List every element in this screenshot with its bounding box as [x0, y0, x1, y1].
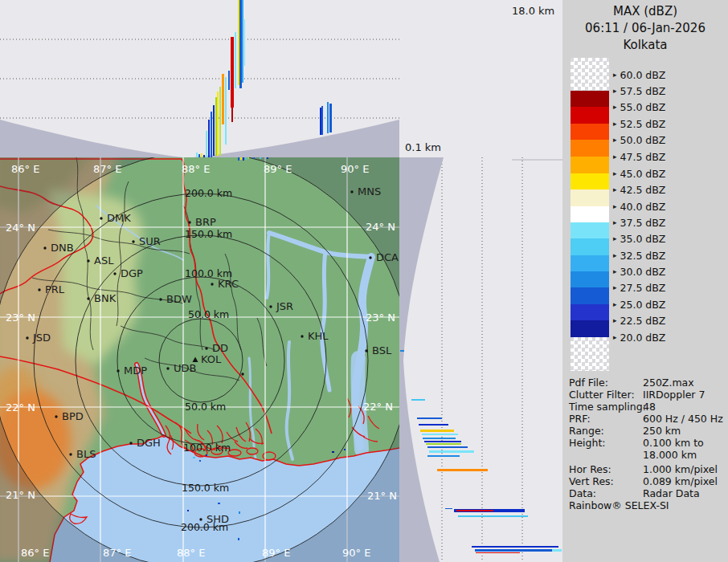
station-label-DNB: DNB: [51, 242, 74, 254]
echo-bar: [231, 37, 234, 108]
echo-bar: [411, 399, 425, 401]
info-label: Range:: [569, 425, 604, 437]
scale-label: ▸35.0 dBZ: [613, 232, 665, 245]
echo-pixel: [238, 538, 239, 540]
scale-label-text: 60.0 dBZ: [620, 69, 666, 81]
scale-tick-arrow-icon: ▸: [613, 103, 617, 111]
echo-pixel: [240, 157, 242, 160]
grid-label: 24° N: [6, 222, 35, 234]
scale-label-text: 40.0 dBZ: [620, 201, 666, 213]
station-label-JSD: JSD: [32, 332, 51, 344]
station-label-BRP: BRP: [195, 216, 216, 228]
echo-bar: [211, 112, 212, 157]
station-label-DMK: DMK: [107, 212, 131, 224]
echo-bar: [321, 106, 323, 135]
grid-label: 23° N: [366, 312, 395, 324]
grid-label: 86° E: [21, 547, 49, 559]
scale-swatch: [571, 222, 609, 238]
grid-label: 23° N: [6, 312, 35, 324]
grid-label: 21° N: [367, 490, 397, 502]
echo-pixel: [238, 157, 239, 161]
echo-bar: [231, 108, 233, 122]
scale-tick-arrow-icon: ▸: [613, 120, 617, 128]
station-dot: [113, 272, 116, 275]
station-dot: [188, 221, 190, 223]
scale-label: ▸30.0 dBZ: [613, 265, 665, 278]
scale-label: ▸60.0 dBZ: [613, 68, 665, 81]
echo-bar: [445, 508, 452, 509]
scale-tick-arrow-icon: ▸: [613, 185, 617, 193]
station-dot: [166, 367, 169, 369]
echo-bar: [329, 104, 332, 132]
station-dot: [117, 369, 119, 372]
scale-tick-arrow-icon: ▸: [613, 136, 617, 144]
origin-height-label: 0.1 km: [405, 141, 441, 153]
echo-bar: [456, 510, 493, 511]
info-value: IIRDoppler 7: [643, 389, 705, 401]
station-label-JSR: JSR: [276, 300, 293, 312]
echo-bar: [476, 552, 520, 553]
echo-bar: [420, 430, 454, 432]
echo-pixel: [260, 157, 261, 159]
scale-swatch: [571, 255, 609, 271]
echo-bar: [423, 438, 456, 439]
scale-swatch: [571, 140, 609, 157]
grid-label: 89° E: [264, 163, 292, 175]
info-label: PRF:: [569, 413, 591, 425]
grid-label: 89° E: [262, 547, 290, 559]
scale-label: ▸40.0 dBZ: [613, 200, 665, 213]
grid-label: 22° N: [363, 401, 393, 413]
station-label-BLS: BLS: [76, 448, 96, 460]
scale-tick-arrow-icon: ▸: [613, 87, 617, 95]
grid-label: 88° E: [177, 547, 205, 559]
echo-bar: [417, 417, 442, 419]
station-label-SHD: SHD: [207, 513, 229, 525]
station-dot: [369, 256, 371, 259]
scale-label: ▸20.0 dBZ: [613, 331, 665, 344]
echo-bar: [427, 455, 460, 457]
radar-product-window: 18.0 km 0.1 km: [0, 0, 728, 562]
scale-tick-arrow-icon: ▸: [613, 169, 617, 177]
echo-bar: [213, 105, 215, 156]
scale-label: ▸25.0 dBZ: [613, 298, 665, 311]
scale-label-text: 42.5 dBZ: [620, 184, 666, 196]
echo-bar: [206, 131, 207, 157]
station-label-ASL: ASL: [94, 255, 114, 267]
info-value: 0.089 km/pixel: [643, 475, 718, 487]
scale-swatch: [571, 124, 609, 140]
echo-pixel: [245, 157, 247, 160]
echo-pixel: [332, 451, 334, 453]
ring-label: 100.0 km: [183, 442, 231, 454]
station-dot: [199, 518, 202, 520]
scale-label: ▸32.5 dBZ: [613, 249, 665, 262]
echo-bar: [239, 0, 242, 88]
echo-bar: [419, 424, 448, 426]
echo-bar: [400, 350, 404, 352]
product-datetime: 06:11 / 06-Jan-2026: [562, 21, 728, 35]
scale-label: ▸22.5 dBZ: [613, 314, 665, 327]
echo-bar: [472, 546, 558, 548]
info-label: Clutter Filter:: [569, 389, 635, 401]
station-label-BNK: BNK: [94, 292, 117, 304]
echo-bar: [429, 450, 474, 453]
radar-map-canvas[interactable]: 200.0 km150.0 km100.0 km50.0 km50.0 km10…: [0, 157, 399, 562]
scale-swatch: [571, 337, 609, 371]
station-label-KOL: KOL: [201, 353, 222, 365]
echo-pixel: [187, 510, 189, 511]
scale-label-text: 37.5 dBZ: [620, 217, 666, 229]
echo-bar: [235, 32, 236, 88]
scale-label-text: 20.0 dBZ: [620, 332, 666, 344]
station-label-SUR: SUR: [139, 235, 161, 247]
echo-bar: [242, 0, 243, 83]
scale-tick-arrow-icon: ▸: [613, 251, 617, 259]
echo-pixel: [206, 454, 207, 456]
scale-label-text: 32.5 dBZ: [620, 250, 666, 262]
grid-label: 88° E: [182, 163, 210, 175]
scale-label: ▸57.5 dBZ: [613, 84, 665, 97]
scale-tick-arrow-icon: ▸: [613, 234, 617, 242]
station-dot: [350, 190, 353, 193]
echo-pixel: [239, 511, 240, 514]
info-value: 1.000 km/pixel: [643, 463, 718, 475]
ring-label: 50.0 km: [185, 401, 226, 413]
right-height-profile-panel: [399, 157, 562, 562]
